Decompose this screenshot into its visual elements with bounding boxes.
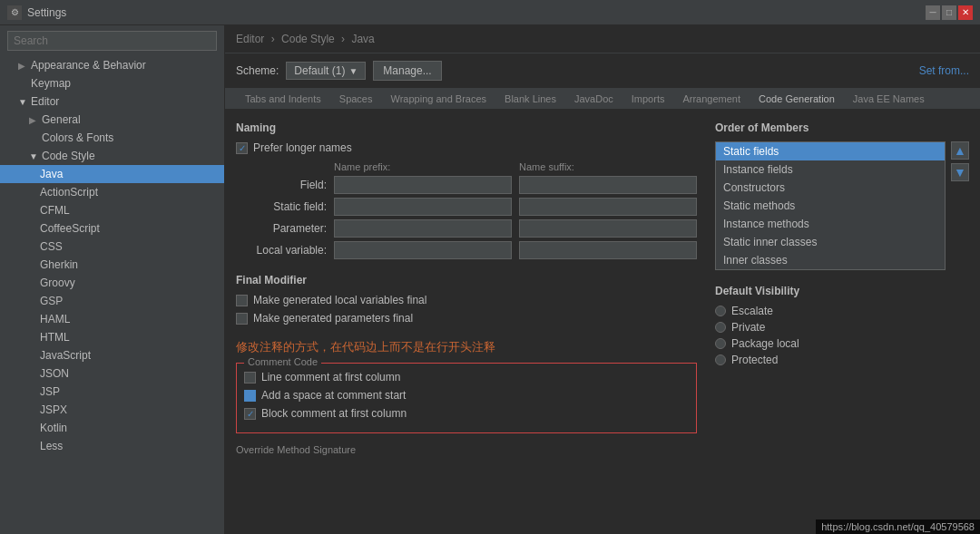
- scheme-dropdown[interactable]: Default (1) ▼: [286, 62, 366, 80]
- breadcrumb-separator: ›: [271, 33, 278, 45]
- tab-wrapping[interactable]: Wrapping and Braces: [382, 89, 496, 111]
- maximize-button[interactable]: □: [942, 5, 956, 20]
- line-comment-first-col-checkbox[interactable]: [244, 372, 256, 384]
- block-comment-first-col-checkbox[interactable]: ✓: [244, 408, 256, 420]
- member-inner-classes[interactable]: Inner classes: [716, 251, 945, 269]
- sidebar-item-general[interactable]: ▶ General: [0, 111, 224, 129]
- static-field-prefix-input[interactable]: [334, 198, 512, 216]
- sidebar-item-less[interactable]: Less: [0, 437, 224, 455]
- field-label: Field:: [236, 179, 327, 191]
- sidebar-item-coffeescript[interactable]: CoffeeScript: [0, 219, 224, 238]
- tab-java-ee[interactable]: Java EE Names: [844, 89, 934, 111]
- sidebar-item-label: Groovy: [40, 277, 75, 289]
- member-static-methods[interactable]: Static methods: [716, 197, 945, 215]
- comment-code-title: Comment Code: [244, 356, 321, 367]
- override-method-signature-label: Override Method Signature: [236, 444, 697, 455]
- breadcrumb: Editor › Code Style › Java: [225, 25, 980, 53]
- move-down-button[interactable]: ▼: [951, 163, 969, 181]
- sidebar-item-label: CFML: [40, 204, 70, 217]
- minimize-button[interactable]: ─: [926, 5, 940, 20]
- main-container: ▶ Appearance & Behavior Keymap ▼ Editor …: [0, 25, 980, 534]
- close-button[interactable]: ✕: [958, 5, 973, 20]
- scheme-label: Scheme:: [236, 64, 279, 77]
- escalate-radio[interactable]: [715, 306, 726, 316]
- sidebar-item-label: General: [42, 113, 81, 126]
- static-field-suffix-input[interactable]: [519, 198, 697, 216]
- member-static-fields[interactable]: Static fields: [716, 142, 945, 160]
- sidebar-item-kotlin[interactable]: Kotlin: [0, 419, 224, 437]
- member-static-inner-classes[interactable]: Static inner classes: [716, 233, 945, 251]
- order-of-members-section: Order of Members Static fields Instance …: [715, 121, 969, 270]
- member-constructors[interactable]: Constructors: [716, 179, 945, 197]
- sidebar-item-label: CoffeeScript: [40, 222, 100, 235]
- breadcrumb-editor: Editor: [236, 33, 264, 45]
- field-suffix-input[interactable]: [519, 176, 697, 194]
- sidebar-item-cfml[interactable]: CFML: [0, 201, 224, 219]
- tab-arrangement[interactable]: Arrangement: [673, 89, 750, 111]
- sidebar-item-label: JSON: [40, 367, 69, 380]
- tab-code-generation[interactable]: Code Generation: [750, 89, 844, 111]
- block-comment-first-col-row: ✓ Block comment at first column: [244, 407, 689, 420]
- sidebar-item-label: CSS: [40, 240, 63, 253]
- sidebar-item-code-style[interactable]: ▼ Code Style: [0, 147, 224, 165]
- window-title: Settings: [27, 6, 926, 19]
- sidebar-item-label: Appearance & Behavior: [31, 59, 146, 72]
- sidebar-item-editor[interactable]: ▼ Editor: [0, 92, 224, 111]
- member-instance-methods[interactable]: Instance methods: [716, 215, 945, 233]
- sidebar-item-json[interactable]: JSON: [0, 364, 224, 383]
- breadcrumb-code-style: Code Style: [281, 33, 335, 45]
- sidebar-item-groovy[interactable]: Groovy: [0, 274, 224, 292]
- tab-javadoc[interactable]: JavaDoc: [565, 89, 622, 111]
- member-instance-fields[interactable]: Instance fields: [716, 160, 945, 179]
- sidebar-item-jspx[interactable]: JSPX: [0, 401, 224, 419]
- sidebar-item-jsp[interactable]: JSP: [0, 383, 224, 401]
- final-modifier-title: Final Modifier: [236, 274, 697, 286]
- local-variable-prefix-input[interactable]: [334, 241, 512, 259]
- sidebar-item-javascript[interactable]: JavaScript: [0, 346, 224, 364]
- tab-tabs-indents[interactable]: Tabs and Indents: [236, 89, 330, 111]
- sidebar-item-actionscript[interactable]: ActionScript: [0, 183, 224, 201]
- content-area: Editor › Code Style › Java Scheme: Defau…: [225, 25, 980, 534]
- sidebar-item-haml[interactable]: HAML: [0, 310, 224, 328]
- add-space-comment-row: ✓ Add a space at comment start: [244, 389, 689, 402]
- sidebar: ▶ Appearance & Behavior Keymap ▼ Editor …: [0, 25, 225, 534]
- private-radio[interactable]: [715, 322, 726, 333]
- order-of-members-title: Order of Members: [715, 121, 969, 134]
- final-modifier-section: Final Modifier Make generated local vari…: [236, 274, 697, 325]
- tab-imports[interactable]: Imports: [622, 89, 674, 111]
- sidebar-item-label: Gherkin: [40, 258, 78, 271]
- search-input[interactable]: [7, 31, 217, 51]
- line-comment-first-col-label: Line comment at first column: [261, 371, 400, 384]
- sidebar-item-css[interactable]: CSS: [0, 238, 224, 256]
- sidebar-item-colors-fonts[interactable]: Colors & Fonts: [0, 129, 224, 147]
- sidebar-item-java[interactable]: Java: [0, 165, 224, 183]
- package-local-radio[interactable]: [715, 338, 726, 349]
- prefer-longer-checkbox[interactable]: ✓: [236, 142, 248, 154]
- static-field-label: Static field:: [236, 200, 327, 213]
- field-prefix-input[interactable]: [334, 176, 512, 194]
- parameter-prefix-input[interactable]: [334, 219, 512, 238]
- manage-button[interactable]: Manage...: [373, 61, 441, 81]
- tabs-bar: Tabs and Indents Spaces Wrapping and Bra…: [225, 89, 980, 111]
- arrow-icon: ▶: [18, 61, 27, 71]
- add-space-comment-checkbox[interactable]: ✓: [244, 390, 256, 402]
- move-up-button[interactable]: ▲: [951, 141, 969, 160]
- sidebar-item-html[interactable]: HTML: [0, 328, 224, 346]
- make-local-final-checkbox[interactable]: [236, 295, 248, 306]
- parameter-suffix-input[interactable]: [519, 219, 697, 238]
- sidebar-item-gherkin[interactable]: Gherkin: [0, 256, 224, 274]
- sidebar-item-keymap[interactable]: Keymap: [0, 74, 224, 92]
- app-icon: ⚙: [7, 5, 22, 20]
- make-params-final-checkbox[interactable]: [236, 313, 248, 325]
- local-variable-label: Local variable:: [236, 244, 327, 257]
- set-from-link[interactable]: Set from...: [919, 64, 969, 77]
- sidebar-item-gsp[interactable]: GSP: [0, 292, 224, 310]
- arrow-icon: ▶: [29, 115, 38, 125]
- sidebar-item-label: JavaScript: [40, 349, 91, 362]
- local-variable-suffix-input[interactable]: [519, 241, 697, 259]
- order-controls: ▲ ▼: [951, 141, 969, 181]
- protected-radio[interactable]: [715, 354, 726, 365]
- tab-spaces[interactable]: Spaces: [330, 89, 382, 111]
- tab-blank-lines[interactable]: Blank Lines: [495, 89, 565, 111]
- sidebar-item-appearance[interactable]: ▶ Appearance & Behavior: [0, 56, 224, 74]
